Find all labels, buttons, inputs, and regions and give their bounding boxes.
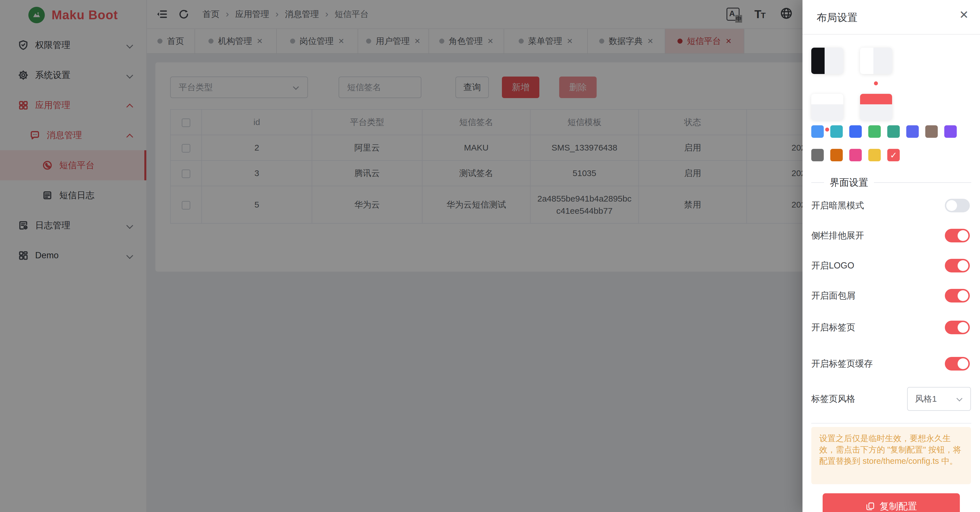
theme-color-swatch[interactable] [868, 149, 881, 161]
setting-breadcrumb: 开启面包屑 [811, 289, 970, 302]
layout-option-light-sidebar[interactable] [860, 48, 892, 74]
breadcrumb-toggle[interactable] [945, 289, 970, 302]
header-option-primary[interactable] [860, 94, 892, 120]
setting-sidebar-accordion: 侧栏排他展开 [811, 229, 970, 242]
setting-logo: 开启LOGO [811, 259, 970, 272]
tabs-toggle[interactable] [945, 321, 970, 334]
settings-notice: 设置之后仅是临时生效，要想永久生效，需点击下方的 "复制配置" 按钮，将配置替换… [811, 427, 971, 484]
copy-icon [865, 501, 875, 511]
setting-label: 开启标签页缓存 [811, 358, 873, 370]
selected-layout-dot [874, 81, 878, 85]
section-title: 界面设置 [830, 176, 868, 189]
theme-color-swatch[interactable] [811, 149, 824, 161]
tab-style-value: 风格1 [915, 393, 937, 405]
theme-color-swatch[interactable] [849, 125, 862, 138]
theme-color-swatch[interactable] [906, 125, 919, 138]
setting-label: 侧栏排他展开 [811, 230, 864, 242]
setting-label: 开启面包屑 [811, 290, 855, 302]
theme-color-row-2: ✓ [811, 149, 900, 161]
dark-mode-toggle[interactable] [945, 199, 970, 212]
theme-color-row-1 [811, 125, 957, 138]
drawer-divider [811, 423, 971, 423]
interface-settings-divider: 界面设置 [811, 176, 971, 189]
theme-color-swatch-selected[interactable]: ✓ [887, 149, 900, 161]
sidebar-accordion-toggle[interactable] [945, 229, 970, 242]
theme-color-swatch[interactable] [868, 125, 881, 138]
logo-toggle[interactable] [945, 259, 970, 272]
tab-style-select[interactable]: 风格1 [907, 387, 971, 411]
setting-label: 开启标签页 [811, 321, 855, 333]
theme-color-swatch[interactable] [925, 125, 938, 138]
setting-tab-cache: 开启标签页缓存 [811, 357, 970, 370]
drawer-title: 布局设置 [817, 11, 858, 25]
red-header-strip [860, 94, 892, 104]
theme-color-swatch[interactable] [887, 125, 900, 138]
copy-config-label: 复制配置 [880, 500, 917, 512]
close-icon[interactable]: ✕ [959, 9, 969, 21]
chevron-down-icon [957, 396, 963, 402]
setting-tabs: 开启标签页 [811, 321, 970, 334]
drawer-header: 布局设置 ✕ [802, 0, 980, 35]
header-option-light[interactable] [811, 94, 843, 120]
theme-color-swatch[interactable] [944, 125, 957, 138]
theme-color-swatch[interactable] [830, 125, 843, 138]
light-header-strip [811, 94, 843, 104]
tab-cache-toggle[interactable] [945, 357, 970, 370]
layout-option-dark-sidebar[interactable] [811, 48, 843, 74]
light-sidebar-strip [860, 48, 873, 74]
setting-label: 开启暗黑模式 [811, 200, 864, 211]
theme-color-swatch[interactable] [830, 149, 843, 161]
theme-color-swatch[interactable] [811, 125, 824, 138]
app-window: Maku Boot 权限管理 系统设置 应用管理 消息管理 [0, 0, 980, 512]
setting-dark-mode: 开启暗黑模式 [811, 199, 970, 212]
check-icon: ✓ [890, 150, 897, 160]
theme-color-swatch[interactable] [849, 149, 862, 161]
dark-sidebar-strip [811, 48, 825, 74]
copy-config-button[interactable]: 复制配置 [822, 493, 960, 512]
layout-settings-drawer: 布局设置 ✕ ✓ 界面设置 [802, 0, 980, 512]
setting-label: 开启LOGO [811, 260, 854, 272]
setting-label: 标签页风格 [811, 393, 855, 405]
